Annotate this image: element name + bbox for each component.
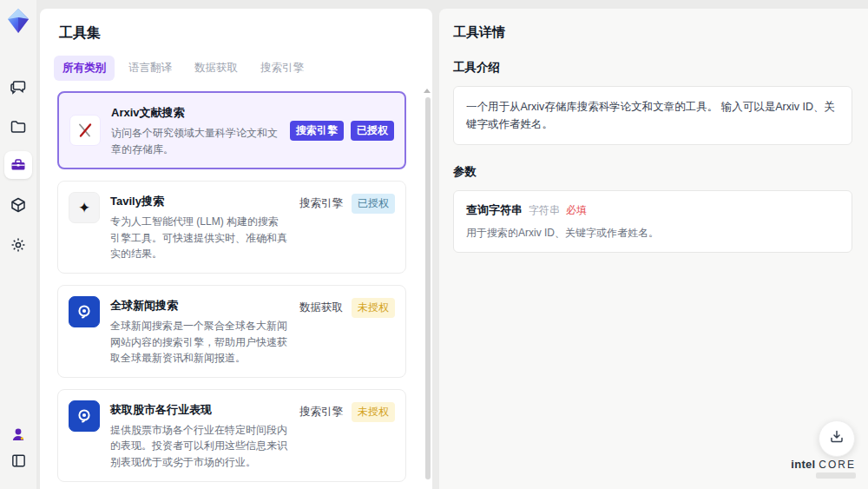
tool-icon: ✦ — [69, 192, 100, 223]
tool-icon: ✦ — [69, 296, 100, 327]
tool-detail-panel: 工具详情 工具介绍 一个用于从Arxiv存储库搜索科学论文和文章的工具。 输入可… — [439, 9, 868, 489]
params-heading: 参数 — [453, 164, 852, 180]
param-name: 查询字符串 — [466, 202, 523, 218]
params-box: 查询字符串 字符串 必填 用于搜索的Arxiv ID、关键字或作者姓名。 — [453, 190, 852, 253]
intel-core-logo: intel CORE — [791, 458, 856, 479]
tool-description: 提供股票市场各个行业在特定时间段内的表现。投资者可以利用这些信息来识别表现优于或… — [110, 422, 287, 471]
category-tab[interactable]: 数据获取 — [186, 56, 247, 81]
tool-name: 获取股市各行业表现 — [110, 402, 287, 418]
tool-intro-text: 一个用于从Arxiv存储库搜索科学论文和文章的工具。 输入可以是Arxiv ID… — [466, 98, 839, 133]
tool-card[interactable]: ✦ Tavily搜索 专为人工智能代理 (LLM) 构建的搜索引擎工具。可快速提… — [57, 181, 406, 274]
tool-auth-badge: 已授权 — [351, 121, 394, 141]
gear-icon — [10, 236, 27, 254]
tool-category-badge: 搜索引擎 — [298, 402, 345, 422]
tool-description: 专为人工智能代理 (LLM) 构建的搜索引擎工具。可快速提供实时、准确和真实的结… — [110, 214, 287, 262]
tool-name: 全球新闻搜索 — [110, 298, 287, 314]
app-logo-icon — [6, 7, 30, 38]
scroll-up-arrow[interactable] — [424, 89, 431, 93]
intel-wordmark: intel — [791, 458, 815, 471]
tool-card[interactable]: ✦ Arxiv文献搜索 访问各个研究领域大量科学论文和文章的存储库。 搜索引擎 … — [57, 91, 406, 169]
tool-category-badge: 搜索引擎 — [290, 121, 344, 141]
toolbox-icon — [10, 156, 27, 174]
tool-category-badge: 搜索引擎 — [298, 194, 345, 214]
sidebar-item-collapse[interactable] — [4, 446, 32, 474]
tool-card-list: ✦ Arxiv文献搜索 访问各个研究领域大量科学论文和文章的存储库。 搜索引擎 … — [57, 91, 418, 489]
tool-name: Tavily搜索 — [110, 194, 287, 209]
sidebar-item-toolbox[interactable] — [4, 151, 32, 179]
user-avatar-icon — [10, 426, 27, 443]
chat-icon — [10, 78, 27, 96]
tool-auth-badge: 未授权 — [352, 298, 395, 318]
param-required-flag: 必填 — [566, 203, 587, 218]
scrollbar[interactable] — [425, 97, 431, 479]
detail-title: 工具详情 — [453, 24, 852, 41]
tool-auth-badge: 已授权 — [352, 194, 395, 214]
tool-description: 全球新闻搜索是一个聚合全球各大新闻网站内容的搜索引擎，帮助用户快速获取全球最新资… — [110, 318, 287, 367]
param-description: 用于搜索的Arxiv ID、关键字或作者姓名。 — [466, 226, 839, 241]
sidebar-item-account[interactable] — [4, 420, 32, 448]
layout-panel-icon — [10, 453, 27, 469]
page-title: 工具集 — [59, 24, 432, 43]
sidebar-item-chat[interactable] — [4, 73, 32, 101]
tool-list-panel: 工具集 所有类别 语言翻译 数据获取 搜索引擎 ✦ Arxiv文献搜索 — [40, 9, 432, 489]
sidebar-item-settings[interactable] — [4, 231, 32, 259]
download-button[interactable] — [819, 420, 855, 457]
category-tab[interactable]: 语言翻译 — [120, 56, 181, 81]
sidebar-item-files[interactable] — [4, 113, 32, 141]
tool-card[interactable]: ✦ 全球新闻搜索 全球新闻搜索是一个聚合全球各大新闻网站内容的搜索引擎，帮助用户… — [57, 285, 406, 378]
folder-icon — [10, 118, 27, 135]
category-tab[interactable]: 搜索引擎 — [252, 56, 312, 81]
core-wordmark: CORE — [819, 459, 856, 471]
param-type: 字符串 — [529, 203, 560, 218]
sidebar-item-models[interactable] — [4, 191, 32, 219]
download-icon — [828, 428, 845, 449]
category-tabs: 所有类别 语言翻译 数据获取 搜索引擎 — [54, 56, 432, 81]
tool-icon: ✦ — [69, 400, 100, 432]
sidebar-rail — [0, 0, 36, 489]
tool-description: 访问各个研究领域大量科学论文和文章的存储库。 — [111, 125, 279, 157]
ultra-mark — [816, 472, 856, 479]
tool-category-badge: 数据获取 — [298, 298, 345, 318]
package-icon — [10, 196, 27, 214]
intro-heading: 工具介绍 — [453, 60, 852, 76]
tool-name: Arxiv文献搜索 — [111, 105, 279, 121]
tool-auth-badge: 未授权 — [352, 402, 395, 422]
tool-icon: ✦ — [69, 115, 101, 146]
tool-card[interactable]: ✦ 获取股市各行业表现 提供股票市场各个行业在特定时间段内的表现。投资者可以利用… — [57, 389, 406, 482]
category-tab[interactable]: 所有类别 — [54, 56, 115, 81]
